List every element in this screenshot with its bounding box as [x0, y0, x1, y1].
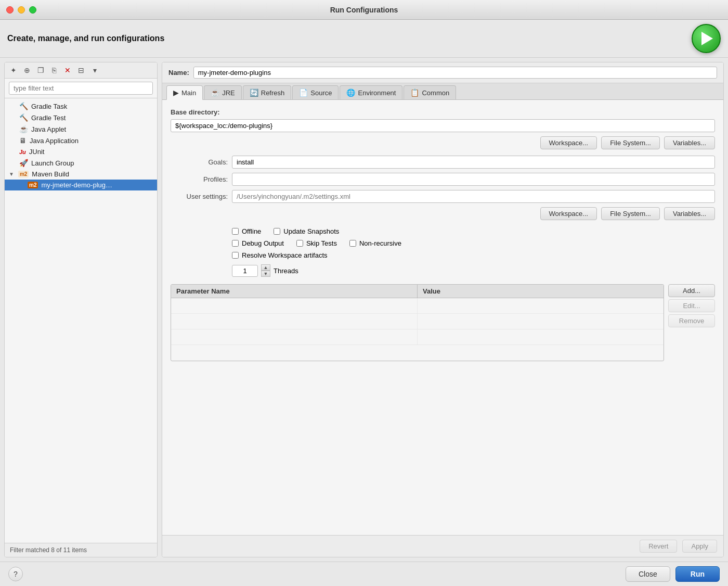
tabs-bar: ▶ Main ☕ JRE 🔄 Refresh 📄 Source 🌐 Enviro… — [162, 83, 723, 100]
base-dir-input[interactable] — [171, 119, 715, 132]
threads-increment-button[interactable]: ▲ — [261, 264, 270, 271]
param-value-header: Value — [418, 285, 664, 298]
update-snapshots-checkbox-item[interactable]: Update Snapshots — [274, 227, 339, 235]
name-row: Name: — [162, 62, 723, 83]
right-panel: Name: ▶ Main ☕ JRE 🔄 Refresh 📄 Source 🌐 — [162, 62, 724, 557]
filter-input[interactable] — [9, 82, 153, 95]
java-application-label: Java Application — [30, 137, 79, 145]
run-circle-button[interactable] — [692, 24, 721, 53]
edit-param-button[interactable]: Edit... — [668, 299, 715, 312]
offline-checkbox[interactable] — [232, 228, 239, 235]
jre-tab-label: JRE — [222, 89, 235, 97]
close-window-button[interactable] — [6, 6, 14, 14]
user-settings-label: User settings: — [171, 193, 228, 200]
profiles-input[interactable] — [232, 173, 715, 186]
checkboxes-section: Offline Update Snapshots Debug Output Sk… — [232, 227, 715, 259]
page-title: Create, manage, and run configurations — [7, 34, 164, 43]
tab-refresh[interactable]: 🔄 Refresh — [243, 85, 292, 99]
resolve-workspace-checkbox-item[interactable]: Resolve Workspace artifacts — [232, 251, 328, 259]
close-button[interactable]: Close — [626, 566, 670, 582]
workspace-btn-2[interactable]: Workspace... — [540, 207, 597, 220]
threads-decrement-button[interactable]: ▼ — [261, 271, 270, 277]
filter-input-wrap — [5, 79, 157, 98]
my-jmeter-label: my-jmeter-demo-plug… — [41, 181, 112, 189]
user-settings-input[interactable] — [232, 190, 715, 203]
threads-input[interactable] — [232, 265, 258, 277]
duplicate-config-button[interactable]: ❐ — [35, 65, 46, 76]
threads-row: ▲ ▼ Threads — [232, 264, 715, 277]
common-tab-icon: 📋 — [410, 88, 419, 97]
collapse-all-button[interactable]: ⊟ — [75, 65, 87, 76]
left-panel: ✦ ⊕ ❐ ⎘ ✕ ⊟ ▾ 🔨 Gradle Task 🔨 Gradle Tes… — [4, 62, 158, 557]
update-snapshots-checkbox[interactable] — [274, 228, 280, 235]
tab-main[interactable]: ▶ Main — [166, 85, 203, 100]
main-tab-icon: ▶ — [173, 88, 179, 97]
table-row[interactable] — [171, 298, 664, 314]
tree-item-gradle-test[interactable]: 🔨 Gradle Test — [5, 112, 157, 123]
tree-item-gradle-task[interactable]: 🔨 Gradle Task — [5, 100, 157, 112]
jre-tab-icon: ☕ — [211, 88, 219, 97]
non-recursive-checkbox-item[interactable]: Non-recursive — [349, 239, 401, 247]
goals-input[interactable] — [232, 156, 715, 169]
run-button[interactable]: Run — [675, 566, 720, 582]
maximize-window-button[interactable] — [29, 6, 36, 14]
launch-group-label: Launch Group — [31, 159, 74, 167]
new-launch-config-2-button[interactable]: ⊕ — [21, 65, 33, 76]
tab-environment[interactable]: 🌐 Environment — [340, 85, 402, 99]
tab-source[interactable]: 📄 Source — [292, 85, 339, 99]
gradle-test-icon: 🔨 — [19, 113, 28, 122]
tree-item-launch-group[interactable]: 🚀 Launch Group — [5, 157, 157, 169]
tree-item-my-jmeter[interactable]: m2 my-jmeter-demo-plug… — [5, 180, 157, 190]
filter-button[interactable]: ▾ — [89, 65, 100, 76]
variables-btn-1[interactable]: Variables... — [664, 136, 715, 149]
tree-item-java-application[interactable]: 🖥 Java Application — [5, 135, 157, 146]
help-button[interactable]: ? — [8, 567, 23, 581]
tab-common[interactable]: 📋 Common — [404, 85, 456, 99]
revert-button[interactable]: Revert — [640, 540, 677, 553]
param-value-cell — [418, 329, 664, 345]
param-name-cell — [171, 298, 418, 313]
debug-output-checkbox[interactable] — [232, 240, 239, 247]
file-system-btn-1[interactable]: File System... — [601, 136, 660, 149]
delete-config-button[interactable]: ✕ — [62, 65, 73, 76]
title-bar: Run Configurations — [0, 0, 728, 20]
resolve-workspace-label: Resolve Workspace artifacts — [242, 251, 328, 259]
table-row[interactable] — [171, 314, 664, 329]
param-table: Parameter Name Value — [171, 284, 664, 361]
resolve-workspace-checkbox[interactable] — [232, 252, 239, 259]
run-play-icon — [701, 32, 713, 45]
base-dir-label: Base directory: — [171, 108, 715, 116]
source-tab-label: Source — [310, 89, 332, 97]
maven-build-label: Maven Build — [32, 170, 69, 178]
non-recursive-checkbox[interactable] — [349, 240, 356, 247]
toolbar: ✦ ⊕ ❐ ⎘ ✕ ⊟ ▾ — [5, 62, 157, 79]
name-input[interactable] — [193, 67, 717, 79]
main-tab-label: Main — [181, 89, 196, 97]
param-value-cell — [418, 298, 664, 313]
gradle-test-label: Gradle Test — [31, 114, 66, 122]
tree-item-junit[interactable]: Ju JUnit — [5, 146, 157, 157]
java-applet-label: Java Applet — [31, 125, 66, 133]
tree-item-maven-build[interactable]: ▼ m2 Maven Build — [5, 169, 157, 180]
variables-btn-2[interactable]: Variables... — [664, 207, 715, 220]
param-name-cell — [171, 314, 418, 329]
copy-config-button[interactable]: ⎘ — [48, 65, 60, 76]
offline-checkbox-item[interactable]: Offline — [232, 227, 261, 235]
add-param-button[interactable]: Add... — [668, 284, 715, 297]
main-content: ✦ ⊕ ❐ ⎘ ✕ ⊟ ▾ 🔨 Gradle Task 🔨 Gradle Tes… — [0, 58, 728, 562]
debug-output-checkbox-item[interactable]: Debug Output — [232, 239, 284, 247]
skip-tests-checkbox[interactable] — [296, 240, 303, 247]
table-row[interactable] — [171, 329, 664, 345]
minimize-window-button[interactable] — [18, 6, 25, 14]
tree-item-java-applet[interactable]: ☕ Java Applet — [5, 123, 157, 135]
skip-tests-checkbox-item[interactable]: Skip Tests — [296, 239, 337, 247]
refresh-tab-label: Refresh — [261, 89, 285, 97]
new-launch-config-button[interactable]: ✦ — [8, 65, 19, 76]
remove-param-button[interactable]: Remove — [668, 314, 715, 327]
file-system-btn-2[interactable]: File System... — [601, 207, 660, 220]
workspace-btn-1[interactable]: Workspace... — [540, 136, 597, 149]
apply-button[interactable]: Apply — [682, 540, 717, 553]
tab-jre[interactable]: ☕ JRE — [204, 85, 242, 99]
param-rows — [171, 298, 664, 361]
my-jmeter-icon: m2 — [28, 182, 38, 188]
